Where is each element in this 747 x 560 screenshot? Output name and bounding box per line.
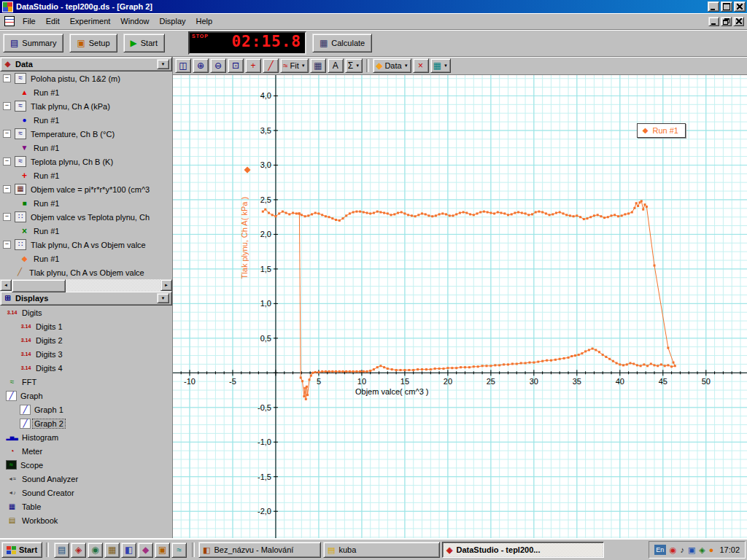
collapse-toggle[interactable]: − [3, 185, 11, 193]
display-settings-menu-button[interactable]: ▦▼ [430, 58, 451, 73]
menu-help[interactable]: Help [191, 15, 218, 28]
display-item-graph-1[interactable]: ╱Graph 1 [0, 402, 172, 416]
run-item[interactable]: +Run #1 [0, 168, 172, 182]
summary-button[interactable]: ▤ Summary [3, 34, 63, 52]
tray-icon-1[interactable]: ◉ [670, 546, 677, 554]
graph-display[interactable]: -10-551015202530354045504,03,53,02,52,01… [173, 75, 747, 538]
menu-file[interactable]: File [18, 15, 41, 28]
menu-edit[interactable]: Edit [41, 15, 65, 28]
mdi-close-button[interactable] [733, 17, 744, 26]
statistics-menu-button[interactable]: Σ▼ [345, 58, 363, 73]
slope-tool-button[interactable]: ╱ [263, 58, 279, 73]
task-folder-kuba[interactable]: ▤kuba [323, 542, 440, 558]
quick-launch-5[interactable]: ◧ [121, 542, 136, 558]
display-item-meter[interactable]: ◔Meter [0, 444, 172, 458]
display-item-graph-2[interactable]: ╱Graph 2 [0, 416, 172, 430]
collapse-toggle[interactable]: − [3, 130, 11, 138]
zoom-out-button[interactable]: ⊖ [210, 58, 226, 73]
data-item[interactable]: −▦Objem valce = pi*r*r*y*100 (cm^3 [0, 182, 172, 196]
display-item-digits-2[interactable]: 3.14Digits 2 [0, 333, 172, 347]
collapse-toggle[interactable]: − [3, 213, 11, 221]
display-item-fft[interactable]: ≈FFT [0, 375, 172, 389]
data-menu-button[interactable]: ◆Data▼ [373, 58, 411, 73]
task-paint[interactable]: ◧Bez_názvu - Malování [198, 542, 321, 558]
run-item[interactable]: ●Run #1 [0, 113, 172, 127]
setup-button[interactable]: ▣ Setup [69, 34, 117, 52]
close-button[interactable] [734, 1, 746, 12]
display-item-digits-3[interactable]: 3.14Digits 3 [0, 347, 172, 361]
display-item-scope[interactable]: ≈Scope [0, 458, 172, 472]
setup-label: Setup [89, 39, 110, 47]
scroll-right-button[interactable]: ► [160, 279, 172, 291]
data-panel-menu-button[interactable]: ▼ [157, 59, 169, 69]
zoom-in-button[interactable]: ⊕ [193, 58, 209, 73]
scale-to-fit-button[interactable]: ◫ [175, 58, 191, 73]
menu-experiment[interactable]: Experiment [65, 15, 116, 28]
run-item[interactable]: ■Run #1 [0, 196, 172, 210]
display-item-digits-1[interactable]: 3.14Digits 1 [0, 319, 172, 333]
display-item-table[interactable]: ▦Table [0, 499, 172, 513]
scrollbar-thumb[interactable] [12, 279, 66, 292]
text-tool-button[interactable]: A [328, 58, 344, 73]
start-menu-button[interactable]: Start [1, 542, 42, 558]
collapse-toggle[interactable]: − [3, 74, 11, 82]
tray-icon-4[interactable]: ◈ [699, 546, 705, 554]
scroll-left-button[interactable]: ◄ [0, 279, 12, 291]
clock[interactable]: 17:02 [719, 545, 740, 554]
quick-launch-1[interactable]: ▤ [54, 542, 69, 558]
start-button[interactable]: ▶ Start [123, 34, 165, 52]
data-item[interactable]: −≈Poloha pistu, Ch 1&2 (m) [0, 71, 172, 85]
minimize-button[interactable] [708, 1, 719, 12]
quick-launch-3[interactable]: ◉ [88, 542, 103, 558]
run-item[interactable]: ▲Run #1 [0, 85, 172, 99]
tray-icon-2[interactable]: ♪ [680, 546, 684, 554]
display-item-graph[interactable]: ╱Graph [0, 389, 172, 402]
run-item[interactable]: ▼Run #1 [0, 141, 172, 155]
data-tree-scrollbar[interactable]: ◄ ► [0, 279, 172, 291]
task-datastudio[interactable]: ◈DataStudio - tepl200... [442, 542, 604, 558]
keyboard-layout-indicator[interactable]: En [654, 545, 666, 555]
zoom-select-button[interactable]: ⊡ [228, 58, 244, 73]
display-item-digits-4[interactable]: 3.14Digits 4 [0, 361, 172, 375]
display-item-sound-creator[interactable]: ◄♪Sound Creator [0, 486, 172, 499]
data-item[interactable]: −≈Tlak plynu, Ch A (kPa) [0, 99, 172, 113]
quick-launch-6[interactable]: ◆ [138, 542, 153, 558]
menu-display[interactable]: Display [154, 15, 190, 28]
quick-launch-8[interactable]: ≈ [171, 542, 187, 558]
calculator-tool-button[interactable]: ▦ [310, 58, 326, 73]
graph-plot[interactable]: -10-551015202530354045504,03,53,02,52,01… [173, 75, 747, 538]
data-item[interactable]: ╱Tlak plynu, Ch A vs Objem valce [0, 265, 172, 279]
run-item[interactable]: ×Run #1 [0, 224, 172, 238]
display-item-digits[interactable]: 3.14Digits [0, 306, 172, 319]
quick-launch-7[interactable]: ▣ [155, 542, 170, 558]
delete-button[interactable]: × [413, 58, 429, 73]
run-item[interactable]: ◆Run #1 [0, 252, 172, 265]
display-item-sound-analyzer[interactable]: ◄≈Sound Analyzer [0, 472, 172, 486]
display-item-histogram[interactable]: ▂▅▃Histogram [0, 430, 172, 444]
display-item-label: Digits [20, 308, 44, 317]
menu-window[interactable]: Window [115, 15, 154, 28]
tray-icon-5[interactable]: ● [709, 546, 714, 554]
data-item[interactable]: −∷Tlak plynu, Ch A vs Objem valce [0, 238, 172, 252]
legend[interactable]: ◆ Run #1 [637, 123, 686, 138]
collapse-toggle[interactable]: − [3, 241, 11, 249]
fit-menu-button[interactable]: ≈Fit▼ [280, 58, 309, 73]
smart-tool-button[interactable]: + [245, 58, 261, 73]
displays-tree: 3.14Digits3.14Digits 13.14Digits 23.14Di… [0, 306, 172, 538]
mdi-restore-button[interactable] [721, 17, 732, 26]
data-item[interactable]: −≈Temperature, Ch B (°C) [0, 127, 172, 141]
collapse-toggle[interactable]: − [3, 102, 11, 110]
mdi-minimize-button[interactable] [708, 17, 719, 26]
quick-launch-2[interactable]: ◈ [71, 542, 86, 558]
collapse-toggle[interactable]: − [3, 158, 11, 166]
delete-button-icon: × [418, 61, 423, 70]
data-item[interactable]: −∷Objem valce vs Teplota plynu, Ch [0, 210, 172, 224]
data-item[interactable]: −≈Teplota plynu, Ch B (K) [0, 155, 172, 168]
scrollbar-track[interactable] [12, 279, 160, 291]
calculate-button[interactable]: ▦ Calculate [312, 34, 372, 52]
display-item-workbook[interactable]: ▤Workbook [0, 513, 172, 527]
maximize-button[interactable] [721, 1, 732, 12]
tray-icon-3[interactable]: ▣ [688, 546, 695, 554]
quick-launch-4[interactable]: ▦ [104, 542, 120, 558]
displays-panel-menu-button[interactable]: ▼ [157, 293, 169, 303]
